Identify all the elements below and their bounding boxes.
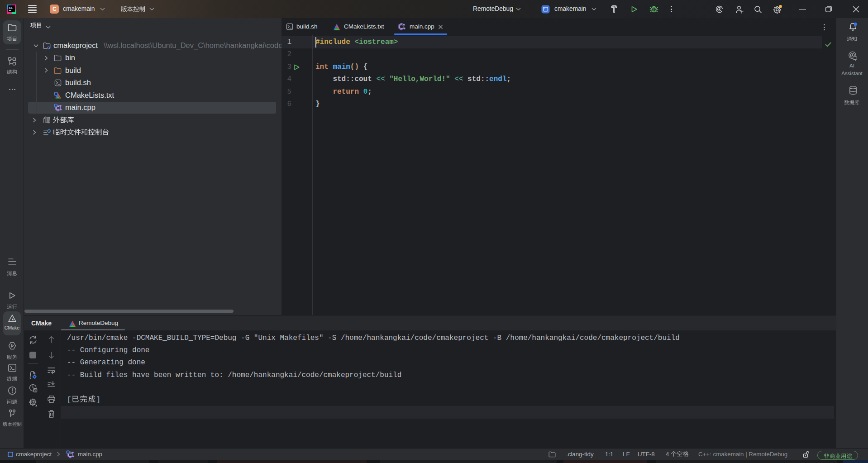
svg-text:CL: CL bbox=[9, 6, 14, 10]
